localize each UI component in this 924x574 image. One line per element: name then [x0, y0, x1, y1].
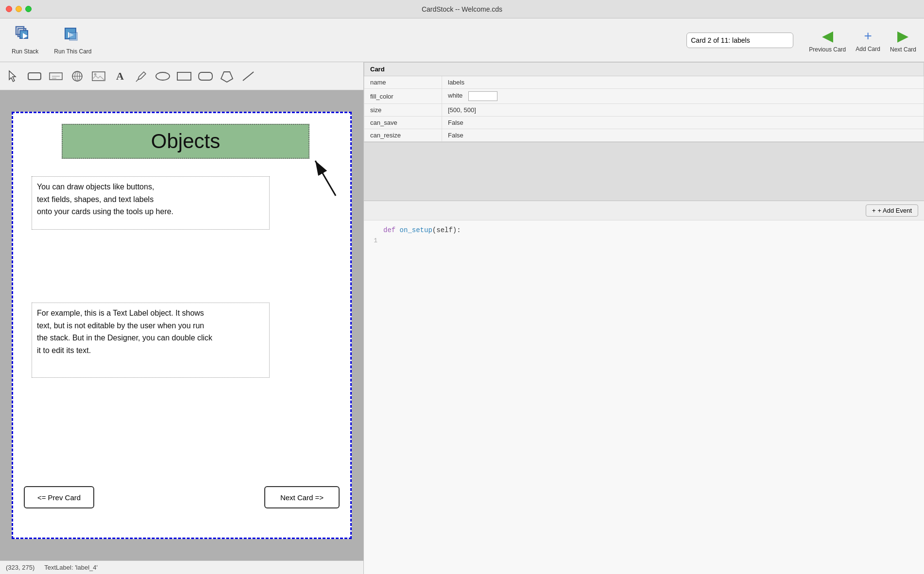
next-card-icon: ▶: [897, 27, 908, 44]
nav-group: ◀ Previous Card + Add Card ▶ Next Card: [809, 27, 916, 53]
roundrect-tool-icon: [198, 71, 213, 82]
fullscreen-button[interactable]: [25, 6, 32, 12]
line-content-def: def on_setup(self):: [383, 226, 461, 234]
arrow-decoration: [282, 142, 341, 201]
grey-spacer: [364, 142, 924, 201]
pointer-tool-btn[interactable]: [4, 67, 22, 85]
text-label-1-content: You can draw objects like buttons,text f…: [37, 183, 173, 216]
func-name: on_setup: [400, 226, 432, 234]
run-stack-icon: [15, 26, 35, 46]
window-title: CardStock -- Welcome.cds: [422, 5, 502, 13]
polygon-tool-btn[interactable]: [218, 67, 236, 85]
textfield-tool-icon: [49, 71, 63, 82]
add-card-nav-button[interactable]: + Add Card: [856, 28, 880, 52]
prop-key-can-resize: can_resize: [364, 129, 442, 142]
keyword-def: def: [383, 226, 400, 234]
svg-line-23: [315, 161, 336, 196]
rect-tool-icon: [176, 71, 192, 82]
properties-table: Card name labels fill_color white size […: [364, 62, 924, 142]
fill-color-swatch[interactable]: [468, 91, 497, 101]
textfield-tool-btn[interactable]: [47, 67, 65, 85]
svg-point-16: [94, 73, 97, 75]
status-bar: (323, 275) TextLabel: 'label_4': [0, 560, 363, 574]
button-tool-icon: [27, 71, 42, 82]
run-stack-label: Run Stack: [12, 48, 38, 55]
pen-tool-icon: [135, 70, 148, 83]
prop-val-can-save[interactable]: False: [442, 117, 924, 129]
card-selector[interactable]: Card 1 of 11: intro Card 2 of 11: labels…: [686, 33, 793, 48]
canvas-area: A: [0, 62, 363, 574]
line-tool-btn[interactable]: [239, 67, 257, 85]
traffic-lights: [6, 6, 32, 12]
titlebar: CardStock -- Welcome.cds: [0, 0, 924, 18]
add-event-button[interactable]: + + Add Event: [866, 204, 918, 217]
prop-val-fill-color[interactable]: white: [442, 89, 924, 104]
webview-tool-btn[interactable]: [68, 67, 86, 85]
svg-rect-19: [177, 72, 191, 80]
close-button[interactable]: [6, 6, 12, 12]
next-card-nav-label: Next Card: [890, 46, 916, 53]
prev-card-nav-button[interactable]: ◀ Previous Card: [809, 27, 846, 53]
text-label-1[interactable]: You can draw objects like buttons,text f…: [32, 176, 270, 230]
run-card-button[interactable]: Run This Card: [50, 24, 95, 57]
line-tool-icon: [241, 70, 256, 83]
props-header: Card: [364, 63, 924, 76]
prop-key-can-save: can_save: [364, 117, 442, 129]
code-toolbar: + + Add Event: [364, 201, 924, 220]
right-panel: Card name labels fill_color white size […: [363, 62, 924, 574]
svg-rect-6: [69, 33, 77, 40]
svg-line-17: [136, 80, 138, 82]
svg-point-18: [156, 72, 170, 80]
rect-tool-btn[interactable]: [175, 67, 193, 85]
oval-tool-btn[interactable]: [154, 67, 172, 85]
textlabel-tool-icon: A: [116, 70, 124, 83]
prop-key-size: size: [364, 104, 442, 117]
image-tool-icon: [91, 70, 106, 82]
prop-val-name[interactable]: labels: [442, 76, 924, 89]
card-title-text: Objects: [151, 130, 220, 153]
code-line-1: 1: [364, 237, 924, 248]
card-inner: Objects You can draw objects like button…: [12, 112, 352, 539]
add-event-label: + Add Event: [878, 207, 912, 214]
prev-card-nav-label: Previous Card: [809, 46, 846, 53]
tools-row: A: [0, 62, 363, 90]
add-event-plus-icon: +: [872, 207, 876, 214]
next-card-button[interactable]: Next Card =>: [264, 486, 340, 508]
prop-row-fill-color: fill_color white: [364, 89, 924, 104]
button-tool-btn[interactable]: [25, 67, 44, 85]
textlabel-tool-btn[interactable]: A: [111, 67, 129, 85]
svg-rect-7: [28, 73, 41, 80]
prop-val-can-resize[interactable]: False: [442, 129, 924, 142]
line-number-1: 1: [364, 237, 383, 244]
text-label-2[interactable]: For example, this is a Text Label object…: [32, 303, 270, 378]
text-label-2-content: For example, this is a Text Label object…: [37, 309, 212, 355]
main-toolbar: Run Stack Run This Card Card 1 of 11: in…: [0, 18, 924, 62]
add-card-icon: +: [864, 28, 872, 44]
svg-line-21: [243, 72, 254, 81]
card-selector-wrap: Card 1 of 11: intro Card 2 of 11: labels…: [686, 33, 793, 48]
run-stack-button[interactable]: Run Stack: [8, 24, 42, 57]
prop-row-size: size [500, 500]: [364, 104, 924, 117]
minimize-button[interactable]: [16, 6, 22, 12]
prop-row-can-save: can_save False: [364, 117, 924, 129]
roundrect-tool-btn[interactable]: [196, 67, 215, 85]
prop-key-fill-color: fill_color: [364, 89, 442, 104]
status-coords: (323, 275): [6, 564, 34, 571]
pen-tool-btn[interactable]: [132, 67, 151, 85]
next-card-nav-button[interactable]: ▶ Next Card: [890, 27, 916, 53]
code-line-def: def on_setup(self):: [364, 226, 924, 237]
status-object: TextLabel: 'label_4': [44, 564, 98, 571]
prev-card-button[interactable]: <= Prev Card: [24, 486, 94, 508]
add-card-nav-label: Add Card: [856, 46, 880, 52]
card-canvas[interactable]: Objects You can draw objects like button…: [0, 90, 363, 560]
card-title-box[interactable]: Objects: [62, 124, 309, 159]
prop-row-name: name labels: [364, 76, 924, 89]
prev-card-icon: ◀: [822, 27, 833, 44]
main-area: A: [0, 62, 924, 574]
image-tool-btn[interactable]: [89, 67, 108, 85]
code-editor[interactable]: def on_setup(self): 1: [364, 220, 924, 574]
prop-val-size[interactable]: [500, 500]: [442, 104, 924, 117]
prop-key-name: name: [364, 76, 442, 89]
prop-row-can-resize: can_resize False: [364, 129, 924, 142]
run-card-label: Run This Card: [54, 48, 91, 55]
